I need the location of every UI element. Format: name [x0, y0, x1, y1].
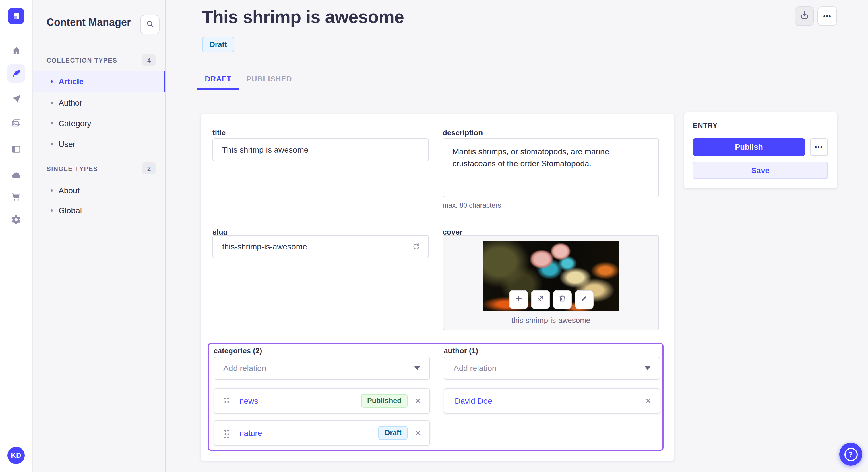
entry-panel: ENTRY Publish ••• Save	[684, 112, 837, 188]
remove-relation-icon[interactable]: ✕	[415, 429, 422, 437]
draft-status-badge: Draft	[378, 426, 408, 440]
relations-highlight-box: categories (2) Add relation news Publish…	[208, 343, 663, 451]
relation-row-nature: nature Draft ✕	[214, 420, 430, 446]
sidebar-item-about[interactable]: About	[33, 180, 165, 201]
cover-image-mantis-shrimp	[484, 241, 619, 311]
sidebar-item-label: Author	[59, 98, 82, 107]
categories-field-label: categories (2)	[214, 346, 262, 355]
entry-more-button[interactable]: •••	[810, 138, 828, 156]
content-manager-sidebar: Content Manager COLLECTION TYPES 4 Artic…	[33, 0, 166, 472]
combobox-placeholder: Add relation	[454, 364, 496, 373]
edit-form-card: title description Mantis shrimps, or sto…	[201, 114, 674, 461]
releases-icon[interactable]	[7, 90, 25, 108]
cover-field: this-shrimp-is-awesome	[443, 235, 659, 330]
sidebar-item-label: User	[59, 139, 75, 148]
content-type-builder-icon[interactable]	[7, 140, 25, 158]
bullet-icon	[51, 189, 53, 192]
user-avatar[interactable]: KD	[7, 447, 25, 464]
download-icon	[799, 10, 809, 22]
entry-panel-heading: ENTRY	[693, 122, 718, 130]
remove-relation-icon[interactable]: ✕	[645, 397, 652, 405]
description-hint: max. 80 characters	[443, 201, 501, 209]
publish-button[interactable]: Publish	[693, 138, 805, 156]
remove-relation-icon[interactable]: ✕	[415, 397, 422, 405]
delete-asset-button[interactable]	[553, 290, 571, 309]
author-add-relation-combobox[interactable]: Add relation	[444, 357, 660, 380]
single-types-count-badge: 2	[143, 162, 156, 174]
relation-row-news: news Published ✕	[214, 388, 430, 413]
sidebar-item-user[interactable]: User	[33, 134, 165, 154]
help-fab-button[interactable]: ?	[839, 443, 862, 466]
plus-icon	[514, 294, 523, 305]
bullet-icon	[51, 80, 53, 82]
search-button[interactable]	[140, 15, 160, 34]
drag-handle-icon[interactable]	[224, 429, 229, 437]
sidebar-item-category[interactable]: Category	[33, 113, 165, 134]
sidebar-item-label: About	[59, 186, 80, 195]
published-status-badge: Published	[361, 394, 408, 408]
relation-link[interactable]: news	[239, 396, 258, 405]
tab-published[interactable]: PUBLISHED	[239, 69, 299, 90]
marketplace-cart-icon[interactable]	[7, 188, 25, 206]
cover-filename: this-shrimp-is-awesome	[443, 316, 658, 325]
section-collection-types: COLLECTION TYPES	[46, 57, 117, 64]
categories-add-relation-combobox[interactable]: Add relation	[214, 357, 430, 380]
sidebar-item-label: Global	[59, 206, 82, 215]
sidebar-item-article[interactable]: Article	[33, 71, 165, 92]
media-library-icon[interactable]	[7, 114, 25, 133]
chevron-down-icon	[645, 367, 650, 370]
collection-types-count-badge: 4	[143, 54, 156, 66]
bullet-icon	[51, 122, 53, 125]
cover-actions-toolbar	[484, 290, 619, 309]
chevron-down-icon	[414, 367, 420, 370]
save-button[interactable]: Save	[693, 162, 828, 179]
header-more-button[interactable]: •••	[817, 6, 837, 26]
home-icon[interactable]	[7, 41, 25, 60]
bullet-icon	[51, 102, 53, 104]
regenerate-slug-icon[interactable]	[410, 241, 422, 252]
description-textarea[interactable]: Mantis shrimps, or stomatopods, are mari…	[443, 138, 659, 197]
app-window: KD Content Manager COLLECTION TYPES 4 Ar…	[0, 0, 868, 472]
bullet-icon	[51, 209, 53, 212]
combobox-placeholder: Add relation	[223, 364, 266, 373]
question-mark-icon: ?	[844, 448, 857, 461]
title-field-label: title	[212, 129, 226, 137]
pencil-icon	[580, 294, 588, 305]
page-title: This shrimp is awesome	[202, 7, 404, 28]
search-icon	[146, 19, 154, 30]
drag-handle-icon[interactable]	[224, 397, 229, 405]
ellipsis-icon: •••	[823, 13, 831, 19]
author-field-label: author (1)	[444, 346, 478, 355]
copy-link-button[interactable]	[531, 290, 550, 309]
sidebar-title: Content Manager	[46, 16, 131, 29]
sidebar-item-author[interactable]: Author	[33, 92, 165, 113]
content-manager-icon[interactable]	[7, 64, 25, 82]
sidebar-item-label: Article	[59, 77, 84, 86]
sidebar-divider	[46, 47, 61, 48]
trash-icon	[558, 294, 566, 305]
relation-row-david-doe: David Doe ✕	[444, 388, 660, 413]
sidebar-item-label: Category	[59, 119, 91, 128]
settings-gear-icon[interactable]	[7, 210, 25, 229]
slug-field	[212, 235, 429, 258]
link-icon	[536, 294, 545, 305]
cloud-icon[interactable]	[7, 166, 25, 184]
edit-asset-button[interactable]	[575, 290, 593, 309]
sidebar-item-global[interactable]: Global	[33, 200, 165, 221]
ellipsis-icon: •••	[815, 144, 823, 150]
slug-input[interactable]	[212, 235, 429, 258]
add-asset-button[interactable]	[509, 290, 528, 309]
strapi-logo[interactable]	[8, 8, 24, 24]
title-input[interactable]	[212, 138, 429, 161]
nav-rail: KD	[0, 0, 33, 472]
bullet-icon	[51, 143, 53, 145]
tab-draft[interactable]: DRAFT	[197, 69, 239, 90]
version-tabs: DRAFT PUBLISHED	[197, 69, 299, 90]
relation-link[interactable]: nature	[239, 429, 262, 438]
section-single-types: SINGLE TYPES	[46, 165, 98, 172]
status-badge: Draft	[202, 37, 235, 52]
relation-link[interactable]: David Doe	[455, 396, 492, 405]
description-field-label: description	[443, 129, 483, 137]
export-download-button[interactable]	[795, 6, 814, 26]
